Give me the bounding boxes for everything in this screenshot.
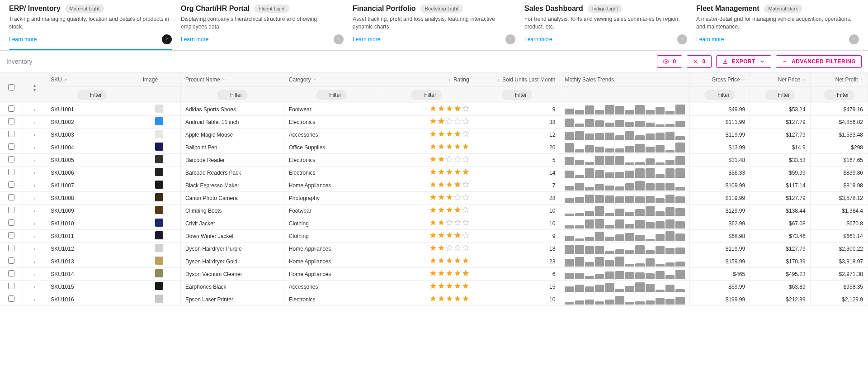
row-checkbox[interactable] (8, 131, 14, 137)
download-icon[interactable] (505, 34, 515, 44)
tab-2[interactable]: Financial Portfolio Bootstrap Light Asse… (353, 5, 515, 50)
expand-row-icon[interactable]: › (33, 119, 35, 125)
cell-gross: $31.48 (689, 154, 750, 167)
row-checkbox[interactable] (8, 257, 14, 264)
tab-1[interactable]: Org Chart/HR Portal Fluent Light Display… (181, 5, 344, 50)
expand-row-icon[interactable]: › (33, 297, 35, 302)
download-icon[interactable] (677, 34, 687, 44)
expand-row-icon[interactable]: › (33, 195, 35, 201)
collapse-all-icon[interactable]: ▴▾ (33, 83, 36, 92)
filter-chip-sku[interactable]: Filter (77, 90, 108, 100)
expand-row-icon[interactable]: › (33, 246, 35, 252)
expand-row-icon[interactable]: › (33, 132, 35, 138)
row-checkbox[interactable] (8, 245, 14, 251)
header-profit[interactable]: Net Profit↑ (810, 73, 868, 87)
row-checkbox[interactable] (8, 283, 14, 289)
row-checkbox[interactable] (8, 105, 14, 112)
star-empty-icon (454, 194, 461, 201)
header-rating[interactable]: ↑Rating (379, 73, 474, 87)
hidden-columns-button[interactable]: 0 (657, 55, 682, 68)
header-image-label: Image (143, 76, 158, 83)
pinned-columns-button[interactable]: 0 (687, 55, 712, 68)
product-thumbnail (155, 168, 163, 176)
row-checkbox[interactable] (8, 219, 14, 226)
download-icon[interactable] (162, 34, 172, 44)
expand-row-icon[interactable]: › (33, 271, 35, 277)
filter-chip-category[interactable]: Filter (316, 90, 347, 100)
tab-3[interactable]: Sales Dashboard Indigo Light For trend a… (524, 5, 687, 50)
header-sold[interactable]: ↑Sold Units Last Month (474, 73, 560, 87)
filter-chip-gross[interactable]: Filter (704, 90, 735, 100)
expand-row-icon[interactable]: › (33, 170, 35, 176)
expand-row-icon[interactable]: › (33, 183, 35, 188)
star-half-icon (462, 168, 469, 176)
star-empty-icon (462, 118, 469, 125)
filter-chip-profit[interactable]: Filter (824, 90, 854, 100)
star-full-icon (446, 105, 453, 112)
toolbar: Inventory 0 0 EXPORT ADVANCED FILTERING (0, 51, 868, 73)
expand-row-icon[interactable]: › (33, 107, 35, 112)
tab-4[interactable]: Fleet Management Material Dark A master-… (696, 5, 859, 50)
download-icon[interactable] (849, 34, 859, 44)
row-checkbox[interactable] (8, 194, 14, 200)
filter-chip-net[interactable]: Filter (765, 90, 796, 100)
row-checkbox[interactable] (8, 169, 14, 175)
header-net[interactable]: Net Price↑ (750, 73, 811, 87)
header-sku[interactable]: SKU↑ (46, 73, 138, 87)
row-checkbox[interactable] (8, 232, 14, 238)
cell-rating (379, 167, 474, 179)
learn-more-link[interactable]: Learn more (9, 36, 37, 43)
rating-stars (384, 244, 469, 252)
rating-stars (384, 194, 469, 201)
learn-more-link[interactable]: Learn more (696, 36, 724, 43)
filter-chip-product[interactable]: Filter (217, 90, 248, 100)
expand-row-icon[interactable]: › (33, 157, 35, 163)
learn-more-link[interactable]: Learn more (524, 36, 552, 43)
cell-gross: $465 (689, 268, 750, 281)
row-checkbox[interactable] (8, 270, 14, 276)
cell-profit: $298 (810, 141, 868, 154)
cell-trend (560, 293, 689, 306)
cell-profit: $4,856.02 (810, 116, 868, 129)
header-gross[interactable]: Gross Price↑ (689, 73, 750, 87)
advanced-filtering-button[interactable]: ADVANCED FILTERING (776, 55, 862, 68)
filter-chip-rating[interactable]: Filter (411, 90, 442, 100)
download-icon[interactable] (334, 34, 344, 44)
expand-row-icon[interactable]: › (33, 259, 35, 264)
cell-gross: $119.99 (689, 192, 750, 205)
cell-net: $127.79 (750, 243, 811, 255)
row-checkbox[interactable] (8, 156, 14, 162)
row-checkbox[interactable] (8, 181, 14, 188)
expand-row-icon[interactable]: › (33, 233, 35, 239)
learn-more-link[interactable]: Learn more (181, 36, 208, 43)
cell-rating (379, 217, 474, 230)
learn-more-link[interactable]: Learn more (353, 36, 380, 43)
cell-gross: $49.99 (689, 103, 750, 116)
header-image[interactable]: Image (138, 73, 180, 87)
export-button[interactable]: EXPORT (716, 55, 771, 68)
header-category[interactable]: Category↑ (284, 73, 379, 87)
cell-trend (560, 129, 689, 141)
star-half-icon (454, 206, 461, 214)
header-product[interactable]: Product Name↑ (180, 73, 284, 87)
row-checkbox[interactable] (8, 207, 14, 213)
row-checkbox[interactable] (8, 143, 14, 150)
row-checkbox[interactable] (8, 118, 14, 124)
cell-name: Barcode Reader (180, 154, 284, 167)
table-row: › SKU1001 Adidas Sports Shoes Footwear 9… (0, 103, 868, 116)
star-full-icon (446, 282, 453, 290)
tab-theme-badge: Bootstrap Light (420, 5, 463, 13)
cell-category: Clothing (284, 217, 379, 230)
cell-trend (560, 268, 689, 281)
expand-row-icon[interactable]: › (33, 145, 35, 150)
tab-0[interactable]: ERP/ Inventory Material Light Tracking a… (9, 5, 172, 50)
header-trend[interactable]: Mothly Sales Trends (560, 73, 689, 87)
expand-row-icon[interactable]: › (33, 208, 35, 214)
row-checkbox[interactable] (8, 295, 14, 302)
filter-chip-sold[interactable]: Filter (502, 90, 533, 100)
sparkline (565, 269, 684, 279)
select-all-checkbox[interactable] (8, 84, 14, 90)
expand-row-icon[interactable]: › (33, 284, 35, 290)
expand-row-icon[interactable]: › (33, 221, 35, 226)
rating-stars (384, 156, 469, 163)
